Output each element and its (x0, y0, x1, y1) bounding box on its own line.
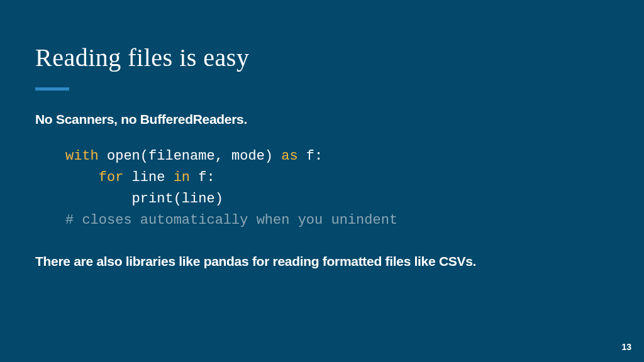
page-number: 13 (621, 342, 631, 352)
slide-title: Reading files is easy (35, 43, 609, 72)
code-line: print(line) (65, 191, 223, 207)
code-indent (65, 170, 99, 185)
code-text: open(filename, mode) (99, 148, 281, 164)
code-keyword: for (99, 170, 124, 185)
code-text: line (123, 170, 173, 185)
code-text: f: (190, 170, 215, 185)
code-keyword: as (281, 148, 297, 164)
accent-bar (35, 87, 69, 90)
code-keyword: in (174, 170, 190, 185)
code-keyword: with (65, 148, 99, 164)
code-text: f: (298, 148, 323, 164)
code-comment: # closes automatically when you unindent (65, 212, 397, 228)
slide-container: Reading files is easy No Scanners, no Bu… (0, 0, 644, 269)
code-block: with open(filename, mode) as f: for line… (65, 146, 609, 231)
footnote: There are also libraries like pandas for… (35, 254, 609, 269)
subheading: No Scanners, no BufferedReaders. (35, 112, 609, 127)
